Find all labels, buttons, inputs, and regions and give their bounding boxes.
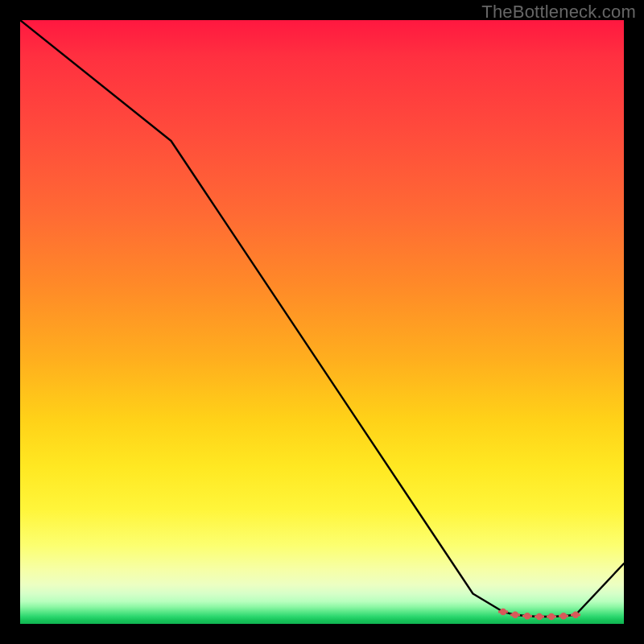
watermark-text: TheBottleneck.com [481, 2, 636, 23]
chart-stage: TheBottleneck.com [0, 0, 644, 644]
chart-overlay [20, 20, 624, 624]
flat-region-markers [498, 609, 580, 620]
curve-line [20, 20, 624, 617]
plot-area [20, 20, 624, 624]
